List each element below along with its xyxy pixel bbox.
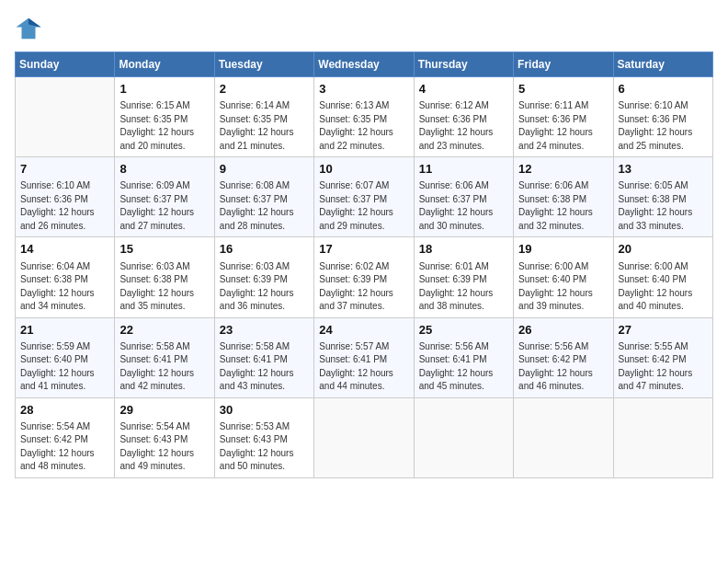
day-number: 10 bbox=[319, 161, 408, 178]
day-number: 12 bbox=[518, 161, 608, 178]
calendar-cell: 18Sunrise: 6:01 AM Sunset: 6:39 PM Dayli… bbox=[414, 237, 513, 317]
day-number: 24 bbox=[319, 322, 408, 339]
calendar-cell: 30Sunrise: 5:53 AM Sunset: 6:43 PM Dayli… bbox=[214, 397, 313, 477]
calendar-cell: 29Sunrise: 5:54 AM Sunset: 6:43 PM Dayli… bbox=[115, 397, 214, 477]
day-info: Sunrise: 5:58 AM Sunset: 6:41 PM Dayligh… bbox=[119, 340, 209, 394]
day-number: 28 bbox=[20, 402, 109, 419]
day-info: Sunrise: 5:56 AM Sunset: 6:42 PM Dayligh… bbox=[518, 340, 608, 394]
day-number: 16 bbox=[220, 241, 309, 258]
calendar-cell bbox=[16, 77, 115, 157]
day-info: Sunrise: 5:54 AM Sunset: 6:42 PM Dayligh… bbox=[20, 420, 109, 474]
header-tuesday: Tuesday bbox=[214, 52, 313, 77]
header bbox=[15, 15, 713, 42]
header-thursday: Thursday bbox=[414, 52, 513, 77]
calendar-cell: 15Sunrise: 6:03 AM Sunset: 6:38 PM Dayli… bbox=[115, 237, 214, 317]
calendar-cell: 24Sunrise: 5:57 AM Sunset: 6:41 PM Dayli… bbox=[314, 317, 414, 397]
calendar-cell: 1Sunrise: 6:15 AM Sunset: 6:35 PM Daylig… bbox=[115, 77, 214, 157]
day-number: 21 bbox=[20, 322, 109, 339]
day-info: Sunrise: 6:06 AM Sunset: 6:38 PM Dayligh… bbox=[518, 179, 608, 233]
calendar-cell: 20Sunrise: 6:00 AM Sunset: 6:40 PM Dayli… bbox=[613, 237, 712, 317]
day-number: 22 bbox=[119, 322, 209, 339]
calendar-cell: 5Sunrise: 6:11 AM Sunset: 6:36 PM Daylig… bbox=[514, 77, 613, 157]
header-sunday: Sunday bbox=[16, 52, 115, 77]
day-info: Sunrise: 6:13 AM Sunset: 6:35 PM Dayligh… bbox=[319, 99, 408, 153]
day-info: Sunrise: 6:10 AM Sunset: 6:36 PM Dayligh… bbox=[619, 99, 708, 153]
day-info: Sunrise: 6:08 AM Sunset: 6:37 PM Dayligh… bbox=[220, 179, 309, 233]
calendar-cell: 21Sunrise: 5:59 AM Sunset: 6:40 PM Dayli… bbox=[16, 317, 115, 397]
calendar-cell: 26Sunrise: 5:56 AM Sunset: 6:42 PM Dayli… bbox=[514, 317, 613, 397]
day-info: Sunrise: 6:11 AM Sunset: 6:36 PM Dayligh… bbox=[518, 99, 608, 153]
calendar-cell: 23Sunrise: 5:58 AM Sunset: 6:41 PM Dayli… bbox=[214, 317, 313, 397]
day-number: 15 bbox=[119, 241, 209, 258]
calendar-cell bbox=[613, 397, 712, 477]
day-info: Sunrise: 6:07 AM Sunset: 6:37 PM Dayligh… bbox=[319, 179, 408, 233]
day-number: 2 bbox=[220, 81, 309, 98]
day-info: Sunrise: 6:00 AM Sunset: 6:40 PM Dayligh… bbox=[518, 260, 608, 314]
calendar-cell: 12Sunrise: 6:06 AM Sunset: 6:38 PM Dayli… bbox=[514, 157, 613, 237]
header-saturday: Saturday bbox=[613, 52, 712, 77]
day-info: Sunrise: 6:12 AM Sunset: 6:36 PM Dayligh… bbox=[419, 99, 508, 153]
day-info: Sunrise: 6:14 AM Sunset: 6:35 PM Dayligh… bbox=[220, 99, 309, 153]
day-info: Sunrise: 5:59 AM Sunset: 6:40 PM Dayligh… bbox=[20, 340, 109, 394]
header-wednesday: Wednesday bbox=[314, 52, 414, 77]
calendar-cell: 17Sunrise: 6:02 AM Sunset: 6:39 PM Dayli… bbox=[314, 237, 414, 317]
day-number: 6 bbox=[619, 81, 708, 98]
day-number: 17 bbox=[319, 241, 408, 258]
day-info: Sunrise: 5:53 AM Sunset: 6:43 PM Dayligh… bbox=[220, 420, 309, 474]
calendar-cell: 9Sunrise: 6:08 AM Sunset: 6:37 PM Daylig… bbox=[214, 157, 313, 237]
day-info: Sunrise: 5:55 AM Sunset: 6:42 PM Dayligh… bbox=[619, 340, 708, 394]
calendar-cell: 10Sunrise: 6:07 AM Sunset: 6:37 PM Dayli… bbox=[314, 157, 414, 237]
day-number: 14 bbox=[20, 241, 109, 258]
logo bbox=[15, 15, 46, 42]
calendar-cell: 7Sunrise: 6:10 AM Sunset: 6:36 PM Daylig… bbox=[16, 157, 115, 237]
day-info: Sunrise: 5:54 AM Sunset: 6:43 PM Dayligh… bbox=[119, 420, 209, 474]
calendar-cell: 4Sunrise: 6:12 AM Sunset: 6:36 PM Daylig… bbox=[414, 77, 513, 157]
calendar-cell: 14Sunrise: 6:04 AM Sunset: 6:38 PM Dayli… bbox=[16, 237, 115, 317]
day-info: Sunrise: 6:15 AM Sunset: 6:35 PM Dayligh… bbox=[119, 99, 209, 153]
day-number: 23 bbox=[220, 322, 309, 339]
calendar-cell bbox=[414, 397, 513, 477]
day-info: Sunrise: 5:56 AM Sunset: 6:41 PM Dayligh… bbox=[419, 340, 508, 394]
day-number: 25 bbox=[419, 322, 508, 339]
calendar-cell: 6Sunrise: 6:10 AM Sunset: 6:36 PM Daylig… bbox=[613, 77, 712, 157]
day-number: 29 bbox=[119, 402, 209, 419]
calendar-header-row: SundayMondayTuesdayWednesdayThursdayFrid… bbox=[16, 52, 713, 77]
day-info: Sunrise: 5:57 AM Sunset: 6:41 PM Dayligh… bbox=[319, 340, 408, 394]
day-number: 30 bbox=[220, 402, 309, 419]
day-number: 1 bbox=[119, 81, 209, 98]
calendar-cell: 11Sunrise: 6:06 AM Sunset: 6:37 PM Dayli… bbox=[414, 157, 513, 237]
week-row-4: 21Sunrise: 5:59 AM Sunset: 6:40 PM Dayli… bbox=[16, 317, 713, 397]
day-info: Sunrise: 6:02 AM Sunset: 6:39 PM Dayligh… bbox=[319, 260, 408, 314]
day-number: 26 bbox=[518, 322, 608, 339]
logo-icon bbox=[15, 15, 42, 42]
calendar: SundayMondayTuesdayWednesdayThursdayFrid… bbox=[15, 52, 713, 478]
day-number: 4 bbox=[419, 81, 508, 98]
week-row-5: 28Sunrise: 5:54 AM Sunset: 6:42 PM Dayli… bbox=[16, 397, 713, 477]
day-info: Sunrise: 6:05 AM Sunset: 6:38 PM Dayligh… bbox=[619, 179, 708, 233]
calendar-cell: 25Sunrise: 5:56 AM Sunset: 6:41 PM Dayli… bbox=[414, 317, 513, 397]
day-number: 27 bbox=[619, 322, 708, 339]
header-monday: Monday bbox=[115, 52, 214, 77]
day-info: Sunrise: 6:09 AM Sunset: 6:37 PM Dayligh… bbox=[119, 179, 209, 233]
day-number: 18 bbox=[419, 241, 508, 258]
day-info: Sunrise: 6:04 AM Sunset: 6:38 PM Dayligh… bbox=[20, 260, 109, 314]
header-friday: Friday bbox=[514, 52, 613, 77]
day-number: 11 bbox=[419, 161, 508, 178]
day-info: Sunrise: 6:03 AM Sunset: 6:39 PM Dayligh… bbox=[220, 260, 309, 314]
day-number: 19 bbox=[518, 241, 608, 258]
calendar-cell bbox=[514, 397, 613, 477]
day-info: Sunrise: 5:58 AM Sunset: 6:41 PM Dayligh… bbox=[220, 340, 309, 394]
day-info: Sunrise: 6:03 AM Sunset: 6:38 PM Dayligh… bbox=[119, 260, 209, 314]
day-info: Sunrise: 6:00 AM Sunset: 6:40 PM Dayligh… bbox=[619, 260, 708, 314]
week-row-1: 1Sunrise: 6:15 AM Sunset: 6:35 PM Daylig… bbox=[16, 77, 713, 157]
calendar-cell: 28Sunrise: 5:54 AM Sunset: 6:42 PM Dayli… bbox=[16, 397, 115, 477]
calendar-cell: 27Sunrise: 5:55 AM Sunset: 6:42 PM Dayli… bbox=[613, 317, 712, 397]
calendar-cell: 8Sunrise: 6:09 AM Sunset: 6:37 PM Daylig… bbox=[115, 157, 214, 237]
calendar-cell bbox=[314, 397, 414, 477]
day-number: 7 bbox=[20, 161, 109, 178]
day-info: Sunrise: 6:06 AM Sunset: 6:37 PM Dayligh… bbox=[419, 179, 508, 233]
day-number: 13 bbox=[619, 161, 708, 178]
day-number: 3 bbox=[319, 81, 408, 98]
week-row-3: 14Sunrise: 6:04 AM Sunset: 6:38 PM Dayli… bbox=[16, 237, 713, 317]
day-number: 20 bbox=[619, 241, 708, 258]
